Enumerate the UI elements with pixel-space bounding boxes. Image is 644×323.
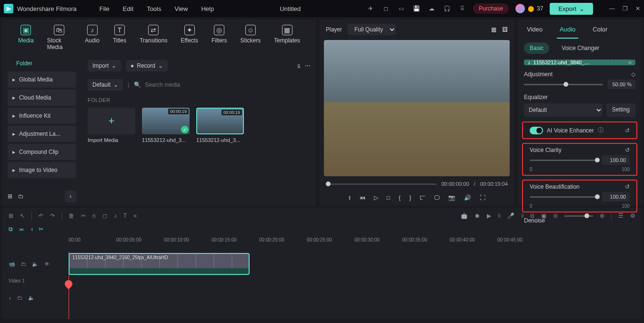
subtab-basic[interactable]: Basic [524,42,549,54]
zoom-out-icon[interactable]: ⊖ [553,212,558,219]
record-button[interactable]: ● Record ⌄ [126,60,168,71]
cursor-icon[interactable]: ↖ [20,212,25,219]
cloud-icon[interactable]: ☁ [427,4,436,13]
step-back-icon[interactable]: ⏮ [360,194,365,201]
menu-edit[interactable]: Edit [123,5,133,12]
purchase-button[interactable]: Purchase [473,3,509,14]
tab-stock[interactable]: 🛍Stock Media [40,23,79,52]
tab-effects[interactable]: ✦Effects [174,23,204,52]
timeline-ruler[interactable]: 00:00 00:00:05:00 00:00:10:00 00:00:15:0… [2,234,642,252]
ai-icon[interactable]: 🤖 [461,212,468,219]
fullscreen-icon[interactable]: ⛶ [480,194,485,201]
voice-clarity-slider[interactable] [530,160,597,161]
credits[interactable]: ⬤ 37 [515,4,543,13]
cam-icon[interactable]: 📹 [9,261,15,267]
media-thumb[interactable]: 00:00:19 11553212-uhd_3... [196,108,244,143]
reset-icon[interactable]: ↺ [625,147,630,153]
add-track-icon[interactable]: ⊞ [9,212,13,219]
delete-icon[interactable]: 🗑 [69,212,74,219]
magnet-icon[interactable]: ⫘ [19,226,24,232]
group-icon[interactable]: ⧉ [530,212,534,219]
list-view-icon[interactable]: ☰ [618,212,624,219]
subtab-voicechanger[interactable]: Voice Changer [556,42,605,54]
import-button[interactable]: Import ⌄ [88,60,121,71]
tab-audio[interactable]: ♪Audio [78,23,106,52]
help-icon[interactable]: ⓘ [598,126,604,134]
headphones-icon[interactable]: 🎧 [443,4,451,13]
sidebar-item-imagevideo[interactable]: ▸ Image to Video [8,162,76,178]
mixer-icon[interactable]: ⫴ [521,212,523,219]
marker-icon[interactable]: ◊ [498,212,501,219]
stop-icon[interactable]: □ [387,194,390,201]
sidebar-item-compound[interactable]: ▸ Compound Clip [8,144,76,160]
sort-default[interactable]: Default ⌄ [88,79,123,91]
apps-icon[interactable]: ⠿ [458,4,466,13]
search-input[interactable] [145,81,311,88]
reset-icon[interactable]: ↺ [625,127,630,134]
more-icon[interactable]: ⋯ [305,62,311,69]
import-media-tile[interactable]: + Import Media [88,108,135,143]
snap-icon[interactable]: ▣ [541,212,546,219]
mic-icon[interactable]: 🎤 [507,212,514,219]
menu-file[interactable]: File [100,5,110,12]
link-icon[interactable]: ⧉ [9,226,13,232]
folder-icon[interactable]: 🗀 [18,193,24,200]
record-tl-icon[interactable]: ⏺ [474,212,480,219]
visible-icon[interactable]: 👁 [44,261,50,267]
redo-icon[interactable]: ↷ [50,212,55,219]
sidebar-item-adjustment[interactable]: ▸ Adjustment La... [8,126,76,142]
grid-view-icon[interactable]: ▦ [491,26,496,33]
equalizer-setting-button[interactable]: Setting [606,103,635,117]
ripple-icon[interactable]: ✂ [39,226,43,232]
snapshot-icon[interactable]: 🖼 [502,26,508,33]
lock-icon[interactable]: ⫞ [30,226,33,232]
keyframe-icon[interactable]: ◇ [631,71,635,78]
lock-track-icon[interactable]: 🗀 [21,261,26,267]
audio-track-icon[interactable]: ♪ [9,295,11,301]
close-button[interactable]: ✕ [635,5,640,12]
undo-icon[interactable]: ↶ [39,212,43,219]
menu-tools[interactable]: Tools [147,5,161,12]
tab-templates[interactable]: ▦Templates [267,23,307,52]
sidebar-item-cloud[interactable]: ▸ Cloud Media [8,90,76,106]
lock-track-icon[interactable]: 🗀 [17,295,22,301]
adjustment-slider[interactable] [524,84,603,85]
timeline-clip[interactable]: 11553212-uhd_3840_2160_25fps_AIUltraHD [69,253,250,275]
maximize-button[interactable]: ❐ [623,5,628,12]
mark-in-icon[interactable]: { [399,194,401,201]
tab-video[interactable]: Video [524,21,545,39]
device-icon[interactable]: ◻ [382,4,390,13]
zoom-in-icon[interactable]: ⊕ [600,212,604,219]
tab-stickers[interactable]: ☺Stickers [234,23,268,52]
monitor-icon[interactable]: ▭ [397,4,405,13]
filter-icon[interactable]: ⫉ [297,62,300,69]
send-icon[interactable]: ✈ [366,4,375,13]
voice-enhancer-toggle[interactable] [530,127,543,134]
play-icon[interactable]: ▷ [374,194,378,201]
voice-beauty-slider[interactable] [530,196,597,198]
display-icon[interactable]: 🖵 [434,194,440,201]
minimize-button[interactable]: — [609,5,615,12]
split-icon[interactable]: ⎋ [92,212,96,219]
mute-icon[interactable]: 🔈 [32,261,39,267]
camera-icon[interactable]: 📷 [448,194,455,201]
sidebar-item-influence[interactable]: ▸ Influence Kit [8,108,76,124]
crop-tl-icon[interactable]: ◻ [102,212,107,219]
save-icon[interactable]: 💾 [412,4,421,13]
tab-filters[interactable]: ◎Filters [205,23,234,52]
mute-icon[interactable]: 🔈 [28,295,35,301]
tab-media[interactable]: ▣Media [11,23,40,52]
tab-titles[interactable]: TTitles [106,23,133,52]
render-icon[interactable]: ▶ [487,212,491,219]
tab-color[interactable]: Color [590,21,610,39]
menu-help[interactable]: Help [201,5,214,12]
collapse-sidebar-button[interactable]: ‹ [65,191,76,202]
prev-frame-icon[interactable]: ⦉ [348,194,351,201]
menu-view[interactable]: View [174,5,188,12]
crop-icon[interactable]: ⫍ [420,194,425,201]
new-folder-icon[interactable]: ⊞ [8,193,12,200]
preview-viewport[interactable] [324,40,510,176]
music-icon[interactable]: ♪ [114,212,117,219]
text-icon[interactable]: T [123,212,127,219]
more-tools-icon[interactable]: » [133,212,137,219]
